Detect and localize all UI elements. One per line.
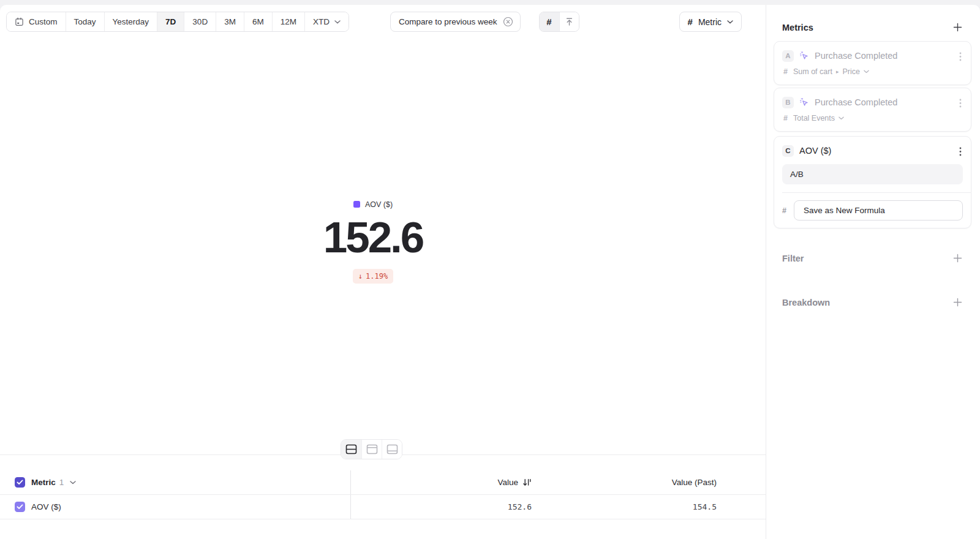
date-range-label: Yesterday [113,17,149,26]
change-percent: 1.19% [366,272,388,281]
save-as-new-formula-button[interactable]: Save as New Formula [794,200,963,221]
formula-input[interactable]: A/B [782,164,963,184]
metric-type-dropdown[interactable]: # Metric [679,12,742,32]
date-range-6m[interactable]: 6M [244,12,273,31]
formula-metric-name: AOV ($) [799,146,831,156]
value-display-toggle: # [539,12,579,32]
metric-card-title-row: A Purchase Completed [782,50,963,62]
chevron-down-icon[interactable] [70,481,76,484]
chart-only-icon [366,444,378,454]
toolbar: Custom Today Yesterday 7D 30D 3M 6M 12M … [6,12,742,32]
split-view-icon [345,444,357,454]
compare-chip[interactable]: Compare to previous week [390,12,521,32]
aggregation-label: Total Events [793,114,835,123]
date-range-7d[interactable]: 7D [157,12,184,31]
metric-card-title-row: C AOV ($) [782,145,963,157]
metrics-section-header: Metrics [766,5,980,41]
value-past-cell: 154.5 [532,495,717,519]
metric-card-b[interactable]: B Purchase Completed # Total Events [774,88,971,132]
value-past-column-label: Value (Past) [672,478,717,487]
row-metric-name: AOV ($) [31,502,61,511]
layout-chart-only-button[interactable] [361,440,382,459]
hash-icon: # [546,17,551,27]
metric-options-menu[interactable] [957,145,963,158]
add-metric-button[interactable] [952,21,963,33]
date-range-label: 30D [192,17,208,26]
metric-event-name: Purchase Completed [815,97,897,107]
query-builder-sidebar: Metrics A Purchase Completed # Sum of ca… [766,5,980,539]
date-range-custom[interactable]: Custom [7,12,66,31]
date-range-12m[interactable]: 12M [273,12,305,31]
layout-table-only-button[interactable] [382,440,402,459]
cumulative-toggle[interactable] [559,12,579,31]
chevron-down-icon [334,20,341,24]
aggregation-label: Sum of cart [793,67,832,76]
aggregation-selector[interactable]: Total Events [793,114,844,123]
metric-column-label: Metric [31,478,56,487]
card-divider [782,192,971,193]
legend-color-swatch [353,201,360,208]
event-sparkle-icon [799,97,809,107]
metric-letter-badge: C [782,145,794,157]
chart-legend[interactable]: AOV ($) [353,200,393,209]
date-range-label: 7D [165,17,176,26]
metric-card-a[interactable]: A Purchase Completed # Sum of cart ▸ Pri… [774,41,971,85]
date-range-label: 12M [281,17,296,26]
chevron-down-icon [839,116,844,120]
date-range-label: 6M [252,17,264,26]
metric-options-menu[interactable] [957,97,963,110]
metric-letter-badge: A [782,50,794,62]
metric-letter-badge: B [782,97,794,108]
aggregation-row: # Sum of cart ▸ Price [782,67,963,76]
absolute-number-toggle[interactable]: # [540,12,559,31]
compare-chip-label: Compare to previous week [399,17,497,26]
remove-compare-icon[interactable] [503,17,513,27]
row-checkbox[interactable] [15,502,25,512]
metric-card-c[interactable]: C AOV ($) A/B # Save as New Formula [774,136,971,228]
filter-section-title: Filter [782,254,804,263]
metric-count: 1 [59,478,64,487]
property-separator-icon: ▸ [836,69,839,75]
breakdown-section-title: Breakdown [782,298,830,307]
metrics-section-title: Metrics [782,23,813,32]
date-range-today[interactable]: Today [66,12,105,31]
metric-event-name: Purchase Completed [815,51,897,61]
date-range-30d[interactable]: 30D [184,12,216,31]
breakdown-section-header: Breakdown [766,296,980,308]
metric-dropdown-label: Metric [698,17,722,27]
event-sparkle-icon [799,51,809,61]
date-range-label: 3M [224,17,236,26]
results-table: Metric 1 Value Value (Past) A [0,470,766,519]
value-past-header-cell[interactable]: Value (Past) [532,470,717,494]
add-breakdown-button[interactable] [952,296,963,308]
metric-options-menu[interactable] [957,50,963,63]
panel-layout-toggle [341,439,402,459]
hash-icon: # [782,206,786,215]
hash-icon: # [783,114,788,123]
formula-actions-row: # Save as New Formula [782,200,963,221]
aggregation-property: Price [842,67,859,76]
date-range-yesterday[interactable]: Yesterday [105,12,158,31]
value-header-cell[interactable]: Value [351,470,532,494]
date-range-xtd[interactable]: XTD [305,12,349,31]
metric-header-cell: Metric 1 [0,470,351,494]
chevron-down-icon [727,20,733,24]
row-value: 152.6 [508,502,532,511]
select-all-checkbox[interactable] [15,477,25,488]
table-header-row: Metric 1 Value Value (Past) [0,470,766,495]
metric-big-value: 152.6 [0,216,746,259]
legend-label: AOV ($) [365,200,393,209]
aggregation-selector[interactable]: Sum of cart ▸ Price [793,67,869,76]
value-column-label: Value [497,478,518,487]
layout-split-view-button[interactable] [341,440,361,459]
date-range-control: Custom Today Yesterday 7D 30D 3M 6M 12M … [6,12,349,32]
hash-icon: # [688,17,693,27]
change-badge: ↓ 1.19% [353,269,393,284]
metric-card-title-row: B Purchase Completed [782,96,963,108]
metric-cards: A Purchase Completed # Sum of cart ▸ Pri… [766,41,980,228]
sort-descending-icon [522,478,532,486]
big-number-chart: AOV ($) 152.6 ↓ 1.19% [0,199,746,284]
date-range-3m[interactable]: 3M [216,12,244,31]
arrow-to-top-icon [565,17,574,26]
add-filter-button[interactable] [952,252,963,264]
